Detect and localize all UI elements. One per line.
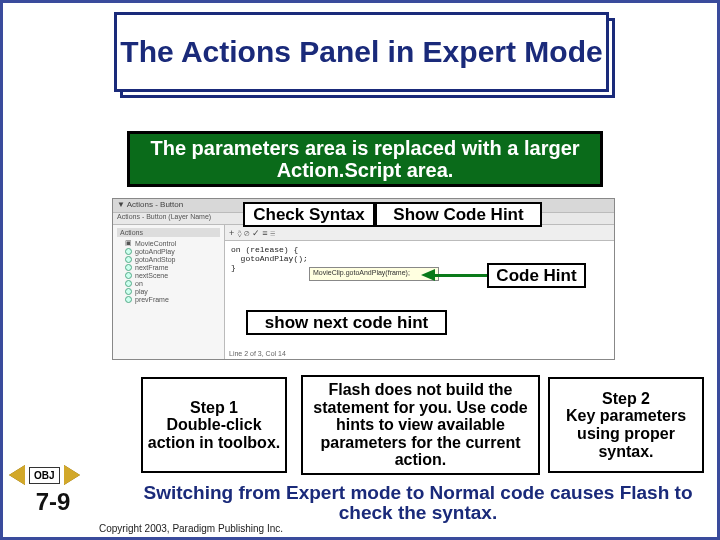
box-step2-text: Step 2 Key parameters using proper synta…: [554, 390, 698, 460]
panel-body: Actions ▣ MovieControl gotoAndPlay gotoA…: [113, 225, 614, 359]
box-step1-text: Step 1 Double-click action in toolbox.: [147, 399, 281, 452]
toolbox-item-label: nextScene: [135, 272, 168, 279]
toolbox-item: play: [125, 288, 220, 295]
action-icon: [125, 288, 132, 295]
nav-widget: OBJ 7-9: [9, 465, 97, 517]
title-text: The Actions Panel in Expert Mode: [120, 36, 602, 68]
switch-note: Switching from Expert mode to Normal cod…: [125, 483, 711, 523]
toolbox-item-label: gotoAndStop: [135, 256, 175, 263]
title-box: The Actions Panel in Expert Mode: [114, 12, 609, 92]
box-step2: Step 2 Key parameters using proper synta…: [548, 377, 704, 473]
arrow-head-icon: [421, 269, 435, 281]
banner: The parameters area is replaced with a l…: [127, 131, 603, 187]
panel-status: Line 2 of 3, Col 14: [229, 350, 286, 357]
action-icon: [125, 280, 132, 287]
action-icon: [125, 264, 132, 271]
copyright: Copyright 2003, Paradigm Publishing Inc.: [99, 523, 283, 534]
code-line: }: [231, 263, 236, 272]
toolbox-header: Actions: [117, 228, 220, 237]
toolbox-item-label: on: [135, 280, 143, 287]
box-step1: Step 1 Double-click action in toolbox.: [141, 377, 287, 473]
action-icon: [125, 272, 132, 279]
nav-obj-button[interactable]: OBJ: [29, 467, 60, 484]
banner-text: The parameters area is replaced with a l…: [130, 137, 600, 181]
box-explanation-text: Flash does not build the statement for y…: [307, 381, 534, 469]
nav-prev-button[interactable]: [9, 465, 25, 485]
folder-icon: ▣: [125, 239, 132, 247]
label-code-hint: Code Hint: [487, 263, 586, 288]
label-check-syntax: Check Syntax: [243, 202, 375, 227]
toolbox-item-label: gotoAndPlay: [135, 248, 175, 255]
nav-row: OBJ: [9, 465, 97, 485]
box-explanation: Flash does not build the statement for y…: [301, 375, 540, 475]
label-show-code-hint: Show Code Hint: [375, 202, 542, 227]
label-show-next-code-hint: show next code hint: [246, 310, 447, 335]
title-wrap: The Actions Panel in Expert Mode: [114, 12, 609, 94]
toolbox-item: gotoAndPlay: [125, 248, 220, 255]
toolbox-category-label: MovieControl: [135, 240, 176, 247]
action-icon: [125, 248, 132, 255]
panel-script-area: + ⎀ ⊘ ✓ ≡ ≣ on (release) { gotoAndPlay()…: [225, 225, 614, 359]
toolbox-item-label: nextFrame: [135, 264, 168, 271]
slide: The Actions Panel in Expert Mode The par…: [0, 0, 720, 540]
code-hint-tooltip: MovieClip.gotoAndPlay(frame);: [309, 267, 439, 281]
code-line: on (release) {: [231, 245, 298, 254]
panel-toolbox: Actions ▣ MovieControl gotoAndPlay gotoA…: [113, 225, 225, 359]
action-icon: [125, 256, 132, 263]
toolbox-item: gotoAndStop: [125, 256, 220, 263]
toolbox-category: ▣ MovieControl: [125, 239, 220, 247]
arrow-line: [435, 274, 487, 277]
code-line: gotoAndPlay();: [231, 254, 308, 263]
toolbox-item: nextScene: [125, 272, 220, 279]
toolbox-item-label: prevFrame: [135, 296, 169, 303]
toolbox-item: nextFrame: [125, 264, 220, 271]
toolbox-item: prevFrame: [125, 296, 220, 303]
toolbox-item: on: [125, 280, 220, 287]
nav-page-number: 7-9: [9, 488, 97, 516]
panel-toolbar: + ⎀ ⊘ ✓ ≡ ≣: [225, 225, 614, 241]
nav-next-button[interactable]: [64, 465, 80, 485]
toolbox-item-label: play: [135, 288, 148, 295]
action-icon: [125, 296, 132, 303]
